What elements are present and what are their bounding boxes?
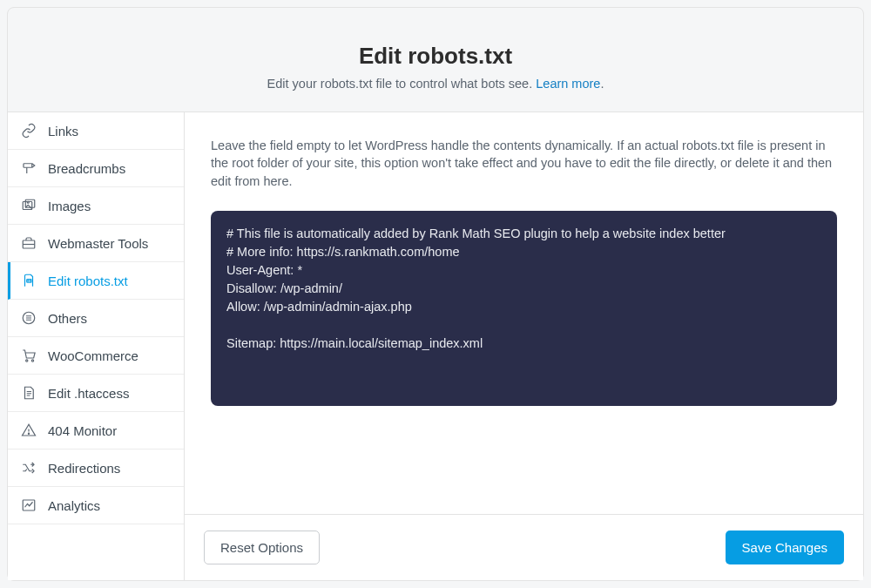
subtitle-text: Edit your robots.txt file to control wha… [267,77,537,91]
svg-point-6 [28,280,29,281]
sidebar-item-label: Redirections [48,461,120,476]
sidebar-item-others[interactable]: Others [8,300,184,337]
svg-point-3 [27,201,29,203]
warning-icon [20,422,37,439]
robots-file-icon [20,272,37,289]
sidebar-item-images[interactable]: Images [8,187,184,225]
sidebar-item-label: Others [48,311,87,326]
sidebar-item-label: Edit .htaccess [48,386,129,401]
reset-button[interactable]: Reset Options [204,531,320,564]
sidebar-item-label: 404 Monitor [48,423,117,438]
panel-body: Links Breadcrumbs Images Webmaster Tools [8,112,863,580]
signpost-icon [20,159,37,177]
sidebar-item-breadcrumbs[interactable]: Breadcrumbs [8,150,184,187]
cart-icon [20,347,37,364]
sidebar-item-label: WooCommerce [48,348,138,363]
settings-panel: Edit robots.txt Edit your robots.txt fil… [7,7,864,581]
sidebar-item-webmaster-tools[interactable]: Webmaster Tools [8,225,184,262]
content-description: Leave the field empty to let WordPress h… [211,137,837,190]
sidebar-item-edit-robots[interactable]: Edit robots.txt [8,262,184,300]
content-body: Leave the field empty to let WordPress h… [185,112,863,514]
link-icon [20,122,37,139]
learn-more-link[interactable]: Learn more [536,77,600,91]
save-button[interactable]: Save Changes [726,531,844,564]
sidebar-item-analytics[interactable]: Analytics [8,487,184,524]
sidebar-item-404-monitor[interactable]: 404 Monitor [8,412,184,449]
robots-editor[interactable] [211,211,837,406]
sidebar-item-edit-htaccess[interactable]: Edit .htaccess [8,375,184,412]
page-subtitle: Edit your robots.txt file to control wha… [25,77,846,91]
sidebar-item-label: Breadcrumbs [48,161,125,176]
svg-point-10 [31,360,33,362]
sidebar: Links Breadcrumbs Images Webmaster Tools [8,112,185,580]
chart-icon [20,497,37,514]
shuffle-icon [20,459,37,476]
sidebar-item-label: Links [48,124,78,139]
sidebar-item-label: Images [48,199,91,213]
sidebar-item-links[interactable]: Links [8,112,184,150]
svg-point-9 [26,360,28,362]
subtitle-period: . [600,77,604,91]
images-icon [20,197,37,214]
panel-header: Edit robots.txt Edit your robots.txt fil… [8,8,863,112]
file-icon [20,384,37,402]
content-area: Leave the field empty to let WordPress h… [185,112,863,580]
svg-point-7 [30,280,30,281]
content-footer: Reset Options Save Changes [185,514,863,580]
sidebar-item-redirections[interactable]: Redirections [8,449,184,487]
sidebar-item-woocommerce[interactable]: WooCommerce [8,337,184,375]
sidebar-item-label: Analytics [48,498,100,513]
sidebar-item-label: Edit robots.txt [48,274,128,288]
svg-point-11 [28,433,29,434]
page-title: Edit robots.txt [25,43,846,70]
sidebar-item-label: Webmaster Tools [48,236,148,251]
list-icon [20,309,37,327]
toolbox-icon [20,234,37,252]
svg-rect-0 [24,164,32,168]
